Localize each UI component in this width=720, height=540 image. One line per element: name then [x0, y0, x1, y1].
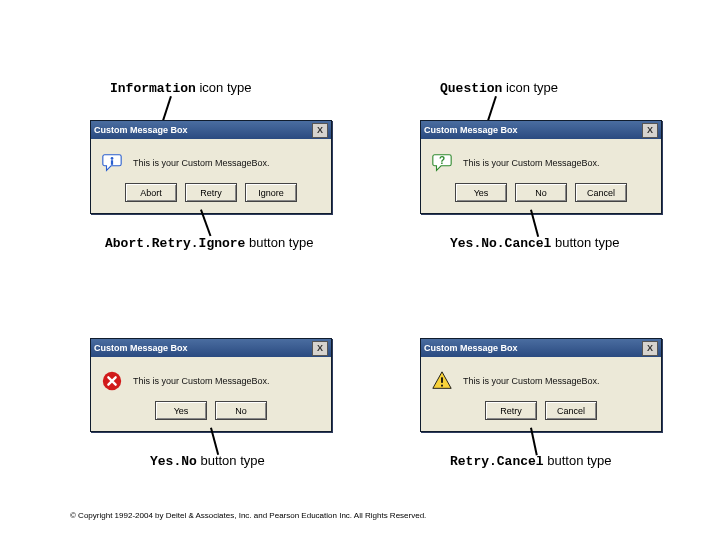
no-button[interactable]: No	[215, 401, 267, 420]
caption-yes-no: Yes.No button type	[150, 453, 265, 469]
no-button[interactable]: No	[515, 183, 567, 202]
msgbox-error: Custom Message Box X This is your Custom…	[90, 338, 332, 432]
close-icon: X	[317, 344, 323, 353]
close-icon: X	[647, 344, 653, 353]
question-icon: ?	[431, 152, 453, 174]
dialog-title: Custom Message Box	[94, 125, 188, 135]
close-icon: X	[317, 126, 323, 135]
caption-code: Question	[440, 81, 502, 96]
close-button[interactable]: X	[312, 123, 328, 138]
dialog-message: This is your Custom MessageBox.	[463, 376, 600, 386]
yes-button[interactable]: Yes	[155, 401, 207, 420]
retry-button[interactable]: Retry	[185, 183, 237, 202]
caption-code: Yes.No	[150, 454, 197, 469]
caption-code: Abort.Retry.Ignore	[105, 236, 245, 251]
close-button[interactable]: X	[642, 123, 658, 138]
close-button[interactable]: X	[642, 341, 658, 356]
button-row: Abort Retry Ignore	[91, 183, 331, 202]
dialog-message: This is your Custom MessageBox.	[463, 158, 600, 168]
titlebar: Custom Message Box X	[421, 339, 661, 357]
dialog-message: This is your Custom MessageBox.	[133, 158, 270, 168]
caption-code: Yes.No.Cancel	[450, 236, 551, 251]
caption-tail: icon type	[196, 80, 252, 95]
button-row: Retry Cancel	[421, 401, 661, 420]
caption-tail: button type	[245, 235, 313, 250]
caption-question: Question icon type	[440, 80, 558, 96]
caption-retry-cancel: Retry.Cancel button type	[450, 453, 612, 469]
caption-information: Information icon type	[110, 80, 251, 96]
caption-yes-no-cancel: Yes.No.Cancel button type	[450, 235, 619, 251]
msgbox-question: Custom Message Box X ? This is your Cust…	[420, 120, 662, 214]
titlebar: Custom Message Box X	[91, 339, 331, 357]
error-icon	[101, 370, 123, 392]
button-row: Yes No Cancel	[421, 183, 661, 202]
caption-tail: icon type	[502, 80, 558, 95]
cancel-button[interactable]: Cancel	[575, 183, 627, 202]
dialog-body: This is your Custom MessageBox.	[421, 357, 661, 399]
information-icon	[101, 152, 123, 174]
svg-rect-1	[111, 160, 113, 165]
abort-button[interactable]: Abort	[125, 183, 177, 202]
svg-rect-4	[441, 377, 443, 383]
warning-icon	[431, 370, 453, 392]
dialog-body: This is your Custom MessageBox.	[91, 357, 331, 399]
caption-tail: button type	[197, 453, 265, 468]
dialog-body: ? This is your Custom MessageBox.	[421, 139, 661, 181]
dialog-title: Custom Message Box	[424, 125, 518, 135]
dialog-body: This is your Custom MessageBox.	[91, 139, 331, 181]
msgbox-warning: Custom Message Box X This is your Custom…	[420, 338, 662, 432]
dialog-title: Custom Message Box	[94, 343, 188, 353]
close-button[interactable]: X	[312, 341, 328, 356]
button-row: Yes No	[91, 401, 331, 420]
titlebar: Custom Message Box X	[91, 121, 331, 139]
svg-text:?: ?	[439, 155, 445, 166]
caption-abort-retry-ignore: Abort.Retry.Ignore button type	[105, 235, 313, 251]
caption-code: Information	[110, 81, 196, 96]
cancel-button[interactable]: Cancel	[545, 401, 597, 420]
dialog-message: This is your Custom MessageBox.	[133, 376, 270, 386]
caption-tail: button type	[551, 235, 619, 250]
retry-button[interactable]: Retry	[485, 401, 537, 420]
caption-tail: button type	[544, 453, 612, 468]
yes-button[interactable]: Yes	[455, 183, 507, 202]
copyright-footer: © Copyright 1992-2004 by Deitel & Associ…	[70, 511, 426, 520]
svg-rect-5	[441, 385, 443, 387]
ignore-button[interactable]: Ignore	[245, 183, 297, 202]
titlebar: Custom Message Box X	[421, 121, 661, 139]
svg-point-0	[111, 157, 114, 160]
dialog-title: Custom Message Box	[424, 343, 518, 353]
close-icon: X	[647, 126, 653, 135]
caption-code: Retry.Cancel	[450, 454, 544, 469]
msgbox-information: Custom Message Box X This is your Custom…	[90, 120, 332, 214]
